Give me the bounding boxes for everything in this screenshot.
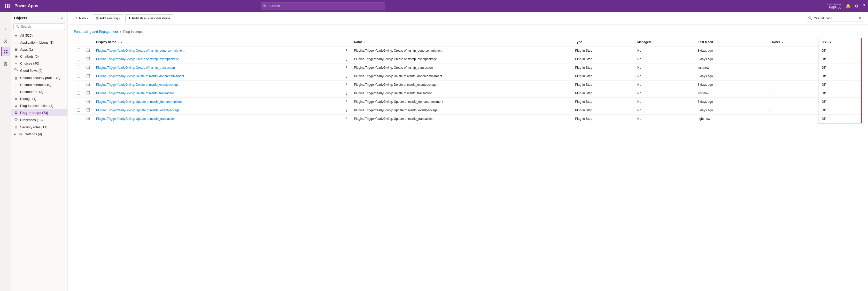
- sidebar-item-chatbots[interactable]: ◉ Chatbots (0): [11, 53, 67, 60]
- filter-name-icon[interactable]: ▾: [364, 41, 366, 44]
- sidebar-item-security-roles[interactable]: ⊞ Security roles (11): [11, 124, 67, 131]
- plugin-steps-icon: ⚙: [14, 111, 18, 115]
- col-header-type: Type: [572, 38, 634, 46]
- row-checkbox[interactable]: [77, 74, 80, 77]
- row-display-name[interactable]: Plugins.TriggerYearlyGiving: Update of m…: [93, 106, 342, 115]
- publish-button[interactable]: ⬆ Publish all customizations: [125, 14, 173, 22]
- row-checkbox[interactable]: [77, 66, 80, 69]
- sidebar-item-dialogs[interactable]: ▭ Dialogs (1): [11, 95, 67, 102]
- publish-icon: ⬆: [128, 16, 131, 20]
- sidebar-item-plugin-assemblies[interactable]: ⚙ Plug-in assemblies (1): [11, 102, 67, 109]
- row-display-name[interactable]: Plugins.TriggerYearlyGiving: Create of m…: [93, 64, 342, 72]
- svg-rect-15: [4, 52, 5, 54]
- add-existing-arrow-icon: ▾: [119, 17, 120, 20]
- breadcrumb-parent-link[interactable]: Fundraising and Engagement: [74, 30, 118, 34]
- waffle-menu-button[interactable]: [3, 4, 11, 8]
- row-checkbox-cell: [74, 89, 84, 98]
- help-icon[interactable]: ?: [863, 4, 865, 8]
- cloud-flows-icon: [14, 68, 18, 73]
- table-row: Plugins.TriggerYearlyGiving: Create of m…: [74, 46, 862, 55]
- filter-managed-icon[interactable]: ▾: [652, 41, 654, 44]
- row-more-button[interactable]: ⋮: [342, 64, 351, 72]
- col-header-name[interactable]: Name ▾: [351, 38, 572, 46]
- breadcrumb-separator: ›: [120, 30, 121, 34]
- sidebar-item-custom-controls[interactable]: ⊞ Custom controls (10): [11, 81, 67, 88]
- row-checkbox[interactable]: [77, 91, 80, 95]
- sidebar-item-label-custom-controls: Custom controls (10): [20, 83, 64, 87]
- sidebar-item-dashboards[interactable]: ⊟ Dashboards (3): [11, 88, 67, 95]
- col-header-managed[interactable]: Managed ▾: [634, 38, 695, 46]
- top-navigation: Power Apps 🔍 Environment FaEProd 🔔 ⚙ ?: [0, 0, 868, 12]
- select-all-checkbox[interactable]: [77, 40, 80, 43]
- sidebar-item-plugin-steps[interactable]: ⚙ Plug-in steps (73): [11, 109, 67, 116]
- icon-rail: [0, 12, 11, 291]
- app-ribbons-icon: ▭: [14, 40, 18, 44]
- row-checkbox[interactable]: [77, 48, 80, 52]
- row-more-button[interactable]: ⋮: [342, 115, 351, 123]
- row-more-button[interactable]: ⋮: [342, 80, 351, 89]
- svg-rect-9: [3, 17, 7, 17]
- filter-display-name-icon[interactable]: ▾: [121, 41, 122, 44]
- notification-icon[interactable]: 🔔: [845, 4, 851, 8]
- publish-label: Publish all customizations: [132, 16, 170, 20]
- col-header-last-modified[interactable]: Last Modif... ▾: [695, 38, 768, 46]
- rail-home-button[interactable]: [1, 14, 10, 23]
- row-icon-cell: [84, 98, 93, 106]
- row-display-name[interactable]: Plugins.TriggerYearlyGiving: Delete of m…: [93, 80, 342, 89]
- row-name: Plugins.TriggerYearlyGiving: Delete of m…: [351, 80, 572, 89]
- col-header-display-name[interactable]: Display name ↑ ▾: [93, 38, 342, 46]
- sidebar-item-app-ribbons[interactable]: ▭ Application ribbons (1): [11, 39, 67, 46]
- sidebar-item-choices[interactable]: ≡ Choices (40): [11, 60, 67, 67]
- new-button-arrow-icon: ▾: [87, 17, 88, 20]
- row-display-name[interactable]: Plugins.TriggerYearlyGiving: Create of m…: [93, 46, 342, 55]
- row-display-name[interactable]: Plugins.TriggerYearlyGiving: Update of m…: [93, 98, 342, 106]
- sidebar-item-apps[interactable]: ▣ Apps (1): [11, 46, 67, 53]
- sidebar-collapse-button[interactable]: ‹›: [60, 15, 64, 21]
- row-display-name[interactable]: Plugins.TriggerYearlyGiving: Delete of m…: [93, 89, 342, 98]
- row-checkbox[interactable]: [77, 83, 80, 86]
- col-header-owner[interactable]: Owner ▾: [767, 38, 818, 46]
- col-header-icon: [84, 38, 93, 46]
- row-more-button[interactable]: ⋮: [342, 98, 351, 106]
- sidebar-item-processes[interactable]: Processes (18): [11, 116, 67, 124]
- row-display-name[interactable]: Plugins.TriggerYearlyGiving: Delete of m…: [93, 72, 342, 80]
- row-more-button[interactable]: ⋮: [342, 55, 351, 64]
- row-checkbox-cell: [74, 106, 84, 115]
- more-commands-button[interactable]: ···: [176, 15, 183, 21]
- row-display-name[interactable]: Plugins.TriggerYearlyGiving: Update of m…: [93, 115, 342, 123]
- sidebar-item-cloud-flows[interactable]: Cloud flows (0): [11, 67, 67, 74]
- row-status: Off: [818, 64, 862, 72]
- row-checkbox[interactable]: [77, 108, 80, 111]
- new-button[interactable]: ＋ New ▾: [72, 14, 91, 22]
- sidebar-item-label-plugin-assemblies: Plug-in assemblies (1): [20, 104, 64, 108]
- row-checkbox-cell: [74, 55, 84, 64]
- rail-recent-button[interactable]: [1, 37, 10, 46]
- sidebar-item-settings[interactable]: ▶ ⚙ Settings (4): [11, 131, 67, 138]
- sidebar-item-col-security[interactable]: ▦ Column security profil... (2): [11, 74, 67, 81]
- filter-last-modified-icon[interactable]: ▾: [717, 41, 719, 44]
- rail-apps-button[interactable]: [1, 59, 10, 69]
- row-checkbox[interactable]: [77, 57, 80, 60]
- rail-objects-button[interactable]: [1, 47, 10, 56]
- top-search-input[interactable]: [261, 2, 385, 10]
- row-type: Plug-In Step: [572, 89, 634, 98]
- row-more-button[interactable]: ⋮: [342, 72, 351, 80]
- row-display-name[interactable]: Plugins.TriggerYearlyGiving: Create of m…: [93, 55, 342, 64]
- sidebar-search-input[interactable]: [13, 23, 65, 30]
- rail-back-button[interactable]: [1, 24, 10, 34]
- add-existing-button[interactable]: ⊞ Add existing ▾: [93, 14, 123, 22]
- search-filter-input[interactable]: [814, 16, 857, 20]
- filter-owner-icon[interactable]: ▾: [782, 41, 783, 44]
- row-more-button[interactable]: ⋮: [342, 89, 351, 98]
- sidebar-search-container: 🔍: [13, 23, 65, 30]
- row-checkbox[interactable]: [77, 117, 80, 120]
- row-more-button[interactable]: ⋮: [342, 46, 351, 55]
- command-bar-right: 🔍 ✕: [806, 15, 864, 22]
- sidebar-item-all[interactable]: ≡ All (526): [11, 32, 67, 39]
- row-checkbox[interactable]: [77, 100, 80, 103]
- row-more-button[interactable]: ⋮: [342, 106, 351, 115]
- row-name: Plugins.TriggerYearlyGiving: Create of m…: [351, 64, 572, 72]
- settings-icon[interactable]: ⚙: [855, 4, 859, 8]
- sidebar-search-icon: 🔍: [16, 25, 20, 28]
- search-filter-close-button[interactable]: ✕: [859, 16, 862, 20]
